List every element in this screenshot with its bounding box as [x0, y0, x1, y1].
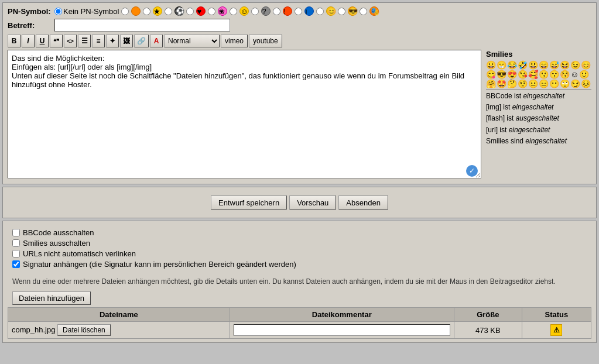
italic-button[interactable]: I: [22, 35, 35, 47]
attach-info-text: Wenn du eine oder mehrere Dateien anhäng…: [8, 277, 591, 286]
pn-symbol-orange-radio[interactable]: [121, 8, 129, 15]
pn-symbol-none[interactable]: Kein PN-Symbol: [54, 7, 119, 16]
smiley-11[interactable]: 😋: [486, 70, 496, 78]
pn-symbol-face1-radio[interactable]: [316, 8, 324, 15]
smiley-1[interactable]: 😀: [486, 61, 496, 69]
smilies-checkbox[interactable]: [12, 239, 20, 247]
smiley-16[interactable]: 😗: [539, 70, 549, 78]
pn-symbol-face1-circle[interactable]: 😊: [326, 6, 336, 16]
pn-symbol-star-radio[interactable]: [143, 8, 150, 15]
smiley-5[interactable]: 😃: [528, 61, 538, 69]
file-comment-input[interactable]: [234, 324, 450, 336]
editor-area: ✓: [8, 50, 481, 180]
smiley-24[interactable]: 🤨: [518, 80, 528, 88]
signature-checkbox[interactable]: [12, 260, 20, 268]
smiley-14[interactable]: 😘: [518, 70, 528, 78]
pn-symbol-none-radio[interactable]: [54, 8, 62, 15]
special-button[interactable]: ✦: [106, 35, 119, 47]
smiley-23[interactable]: 🤔: [507, 80, 517, 88]
pn-symbol-face3-radio[interactable]: [360, 8, 367, 15]
url-checkbox[interactable]: [12, 250, 20, 257]
smiley-8[interactable]: 😆: [560, 61, 570, 69]
buttons-row: Entwurf speichern Vorschau Absenden: [8, 191, 591, 214]
smilies-status: Smilies sind eingeschaltet: [486, 136, 591, 147]
smiley-9[interactable]: 😉: [570, 61, 580, 69]
pn-symbol-smiley-radio[interactable]: [230, 8, 237, 15]
list-ul-button[interactable]: ☰: [78, 35, 91, 47]
smiley-30[interactable]: 😣: [581, 80, 591, 88]
smiley-21[interactable]: 🤗: [486, 80, 496, 88]
smiley-29[interactable]: 😏: [570, 80, 580, 88]
bbcode-status: BBCode ist eingeschaltet: [486, 91, 591, 102]
betreff-label: Betreff:: [8, 21, 54, 30]
quote-button[interactable]: ❝❞: [50, 35, 63, 47]
pn-symbol-orange-circle[interactable]: [131, 6, 141, 16]
smiley-2[interactable]: 😁: [497, 61, 506, 69]
smiley-25[interactable]: 😐: [528, 80, 538, 88]
table-row: comp_hh.jpg Datei löschen 473 KB ⚠: [8, 322, 591, 339]
image-button[interactable]: 🖼: [120, 35, 133, 47]
file-table-body: comp_hh.jpg Datei löschen 473 KB ⚠: [8, 322, 591, 339]
pn-symbol-heart-circle[interactable]: ♥: [196, 6, 206, 16]
youtube-button[interactable]: youtube: [249, 35, 282, 47]
pn-symbol-face3-circle[interactable]: 🎭: [369, 6, 379, 16]
smiley-12[interactable]: 😎: [497, 70, 506, 78]
pn-symbol-question-radio[interactable]: [251, 8, 259, 15]
link-button[interactable]: 🔗: [134, 35, 149, 47]
smilies-checkbox-row: Smilies ausschalten: [12, 239, 587, 248]
pn-symbol-question-circle[interactable]: ?: [261, 6, 271, 16]
smiley-20[interactable]: 🙂: [579, 70, 589, 78]
smiley-19[interactable]: ☺: [570, 70, 579, 78]
file-delete-button[interactable]: Datei löschen: [57, 324, 111, 336]
smiley-26[interactable]: 😑: [539, 80, 549, 88]
pn-symbol-star-circle[interactable]: ★: [153, 6, 162, 16]
smiley-22[interactable]: 🤩: [497, 80, 506, 88]
pn-symbol-info-circle[interactable]: i: [304, 6, 314, 16]
pn-symbol-flower-radio[interactable]: [208, 8, 215, 15]
submit-button[interactable]: Absenden: [338, 195, 388, 210]
smiley-10[interactable]: 😊: [581, 61, 591, 69]
pn-symbol-face2-circle[interactable]: 😎: [348, 6, 357, 16]
warning-icon: ⚠: [550, 324, 562, 336]
pn-symbol-flower-circle[interactable]: ❀: [218, 6, 227, 16]
pn-symbol-excl-radio[interactable]: [273, 8, 280, 15]
bbcode-checkbox-row: BBCode ausschalten: [12, 228, 587, 237]
bbcode-checkbox[interactable]: [12, 229, 20, 236]
pn-symbol-info-radio[interactable]: [295, 8, 302, 15]
editor-wrapper: ✓ Smilies 😀 😁 😂 🤣 😃 😄 😅 😆 😉 😊: [8, 50, 591, 180]
pn-symbol-none-label: Kein PN-Symbol: [63, 7, 119, 16]
pn-symbol-soccer-circle[interactable]: ⚽: [174, 6, 184, 16]
betreff-input[interactable]: [54, 19, 230, 32]
bold-button[interactable]: B: [8, 35, 20, 47]
underline-button[interactable]: U: [36, 35, 49, 47]
pn-symbol-face2-radio[interactable]: [338, 8, 345, 15]
preview-button[interactable]: Vorschau: [289, 195, 336, 210]
pn-symbol-smiley-circle[interactable]: ☺: [239, 6, 249, 16]
draft-button[interactable]: Entwurf speichern: [211, 195, 287, 210]
color-button[interactable]: A: [150, 35, 163, 47]
checkboxes-section: BBCode ausschalten Smilies ausschalten U…: [2, 221, 597, 343]
smilies-checkbox-label: Smilies ausschalten: [23, 239, 90, 248]
pn-symbol-excl-circle[interactable]: !: [283, 6, 292, 16]
message-textarea[interactable]: [8, 50, 481, 178]
code-button[interactable]: <>: [64, 35, 77, 47]
font-size-select[interactable]: Normal Überschrift 1 Überschrift 2 Übers…: [164, 35, 220, 47]
smiley-13[interactable]: 😍: [507, 70, 517, 78]
pn-symbol-soccer-radio[interactable]: [165, 8, 172, 15]
file-comment-cell: [230, 322, 454, 339]
smiley-7[interactable]: 😅: [549, 61, 559, 69]
vimeo-button[interactable]: vimeo: [221, 35, 248, 47]
smiley-6[interactable]: 😄: [539, 61, 549, 69]
smilies-panel: Smilies 😀 😁 😂 🤣 😃 😄 😅 😆 😉 😊 😋 😎: [486, 50, 591, 180]
smiley-4[interactable]: 🤣: [518, 61, 528, 69]
smiley-15[interactable]: 🥰: [528, 70, 538, 78]
smiley-28[interactable]: 🙄: [560, 80, 570, 88]
list-ol-button[interactable]: ≡: [92, 35, 105, 47]
smiley-27[interactable]: 😶: [549, 80, 559, 88]
smilies-divider: [486, 89, 591, 90]
smiley-17[interactable]: 😙: [549, 70, 559, 78]
smiley-18[interactable]: 😚: [560, 70, 570, 78]
smiley-3[interactable]: 😂: [507, 61, 517, 69]
add-files-button[interactable]: Dateien hinzufügen: [12, 291, 91, 305]
pn-symbol-heart-radio[interactable]: [186, 8, 194, 15]
